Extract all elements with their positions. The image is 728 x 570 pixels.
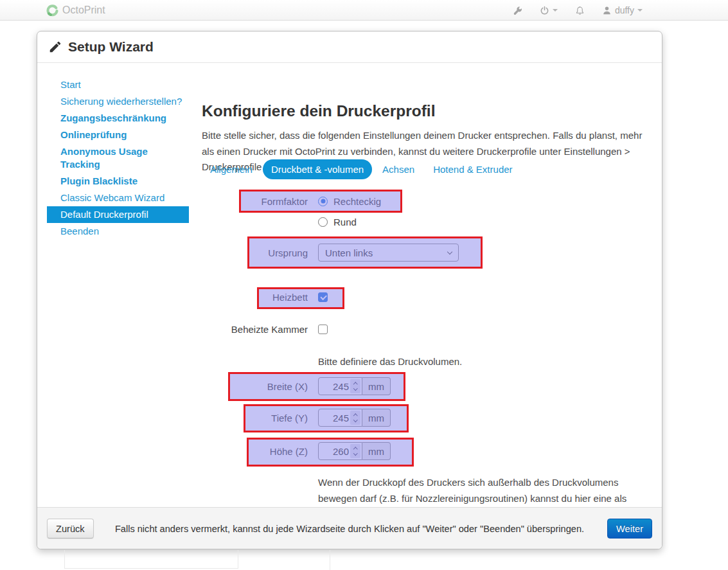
stepper-down-icon bbox=[353, 451, 357, 455]
page-title: Konfiguriere dein Druckerprofil bbox=[202, 102, 435, 120]
step-sicherung[interactable]: Sicherung wiederherstellen? bbox=[47, 93, 189, 110]
beheizte-kammer-label: Beheizte Kammer bbox=[202, 324, 308, 335]
top-navbar: OctoPrint bbox=[0, 0, 728, 21]
wizard-header: Setup Wizard bbox=[37, 31, 662, 63]
depth-y-value: 245 bbox=[323, 413, 350, 423]
beheizte-kammer-row: Beheizte Kammer bbox=[202, 322, 328, 336]
origin-select[interactable]: Unten links bbox=[318, 244, 459, 262]
step-start[interactable]: Start bbox=[47, 76, 189, 93]
height-z-value: 260 bbox=[323, 446, 350, 457]
heizbett-row: Heizbett bbox=[202, 290, 328, 304]
heated-chamber-checkbox[interactable] bbox=[318, 325, 328, 334]
step-onlinepruefung[interactable]: Onlineprüfung bbox=[47, 127, 189, 143]
octoprint-logo-icon bbox=[46, 4, 58, 17]
tab-achsen[interactable]: Achsen bbox=[374, 159, 423, 179]
power-menu[interactable] bbox=[540, 6, 558, 15]
stepper-down-icon bbox=[353, 418, 357, 422]
unit-addon: mm bbox=[362, 377, 391, 395]
rund-row: Rund bbox=[202, 214, 357, 229]
width-x-value: 245 bbox=[323, 381, 350, 392]
wizard-step-list: Start Sicherung wiederherstellen? Zugang… bbox=[47, 76, 189, 240]
unit-addon: mm bbox=[362, 442, 391, 460]
step-plugin-blackliste[interactable]: Plugin Blackliste bbox=[47, 173, 189, 190]
radio-rund-label: Rund bbox=[333, 217, 357, 227]
wizard-title: Setup Wizard bbox=[68, 39, 154, 55]
chevron-down-icon bbox=[637, 9, 643, 12]
radio-rund[interactable] bbox=[318, 217, 328, 227]
back-button[interactable]: Zurück bbox=[47, 519, 94, 539]
wizard-footer: Falls nicht anders vermerkt, kannst du j… bbox=[37, 507, 662, 549]
height-z-stepper[interactable] bbox=[350, 444, 360, 458]
user-icon bbox=[602, 6, 612, 15]
step-default-druckerprofil[interactable]: Default Druckerprofil bbox=[47, 206, 189, 223]
width-x-stepper[interactable] bbox=[350, 379, 360, 393]
hoehe-label: Höhe (Z) bbox=[202, 446, 308, 457]
profile-tabs: Allgemein Druckbett & -volumen Achsen Ho… bbox=[202, 159, 521, 179]
setup-wizard-dialog: Setup Wizard Start Sicherung wiederherst… bbox=[37, 31, 662, 549]
radio-rechteckig[interactable] bbox=[318, 197, 328, 206]
heizbett-label: Heizbett bbox=[202, 292, 308, 303]
breite-row: Breite (X) 245 mm bbox=[202, 377, 391, 395]
ursprung-label: Ursprung bbox=[202, 247, 308, 258]
power-icon bbox=[540, 6, 549, 15]
wrench-icon bbox=[513, 6, 522, 15]
stepper-down-icon bbox=[353, 386, 357, 390]
tab-allgemein[interactable]: Allgemein bbox=[202, 159, 261, 179]
radio-rechteckig-label: Rechteckig bbox=[333, 196, 381, 207]
octoprint-brand[interactable]: OctoPrint bbox=[46, 0, 105, 21]
background-divider-remnant bbox=[330, 550, 330, 570]
chevron-down-icon bbox=[553, 9, 558, 12]
navbar-actions: duffy bbox=[513, 0, 643, 21]
bell-icon bbox=[575, 6, 585, 15]
breite-label: Breite (X) bbox=[202, 381, 308, 392]
tiefe-row: Tiefe (Y) 245 mm bbox=[202, 409, 391, 427]
step-anonymous-usage-tracking[interactable]: Anonymous Usage Tracking bbox=[47, 143, 189, 173]
step-beenden[interactable]: Beenden bbox=[47, 223, 189, 240]
next-button[interactable]: Weiter bbox=[607, 519, 652, 539]
width-x-input[interactable]: 245 bbox=[318, 377, 362, 395]
volume-hint: Bitte definiere das Druckvolumen. bbox=[318, 354, 462, 370]
tab-druckbett-volumen[interactable]: Druckbett & -volumen bbox=[263, 159, 372, 179]
formfaktor-label: Formfaktor bbox=[202, 196, 308, 207]
notifications-button[interactable] bbox=[575, 6, 585, 15]
step-classic-webcam-wizard[interactable]: Classic Webcam Wizard bbox=[47, 190, 189, 206]
hoehe-row: Höhe (Z) 260 mm bbox=[202, 442, 391, 460]
depth-y-stepper[interactable] bbox=[350, 411, 360, 425]
height-z-input[interactable]: 260 bbox=[318, 442, 362, 460]
pencil-icon bbox=[48, 40, 62, 54]
user-menu[interactable]: duffy bbox=[602, 5, 643, 15]
tiefe-label: Tiefe (Y) bbox=[202, 413, 308, 423]
step-zugangsbeschraenkung[interactable]: Zugangsbeschränkung bbox=[47, 110, 189, 127]
depth-y-input[interactable]: 245 bbox=[318, 409, 362, 427]
formfaktor-row: Formfaktor Rechteckig bbox=[202, 192, 381, 210]
heated-bed-checkbox[interactable] bbox=[318, 292, 328, 302]
ursprung-row: Ursprung Unten links bbox=[202, 244, 459, 262]
chevron-down-icon bbox=[447, 249, 452, 254]
footer-note: Falls nicht anders vermerkt, kannst du j… bbox=[102, 508, 598, 549]
settings-button[interactable] bbox=[513, 6, 522, 15]
tab-hotend-extruder[interactable]: Hotend & Extruder bbox=[425, 159, 520, 179]
brand-label: OctoPrint bbox=[62, 4, 105, 16]
username-label: duffy bbox=[615, 5, 634, 15]
origin-select-value: Unten links bbox=[325, 247, 448, 258]
background-panel-remnant bbox=[64, 550, 238, 569]
unit-addon: mm bbox=[362, 409, 391, 427]
